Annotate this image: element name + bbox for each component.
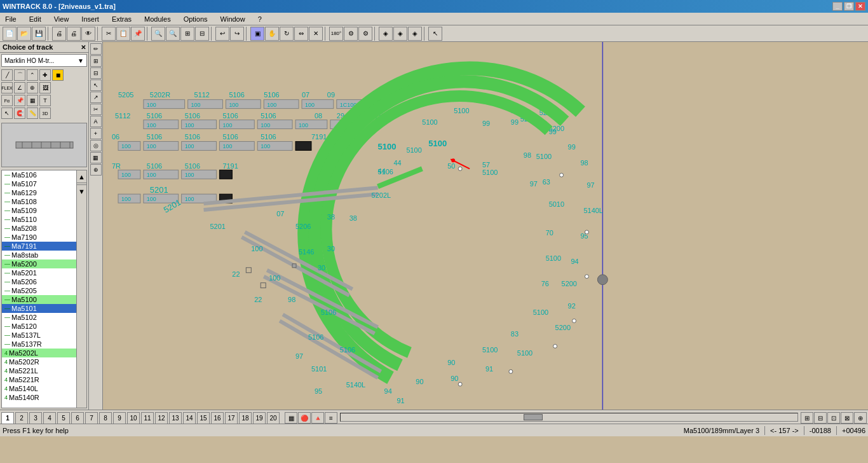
tool-3d[interactable]: 3D	[39, 107, 51, 119]
layer-icon-3[interactable]: 🔺	[311, 412, 324, 424]
tb-cut[interactable]: ✂	[102, 27, 116, 41]
tb-undo[interactable]: ↩	[215, 27, 229, 41]
tb-extra4[interactable]: ◈	[393, 27, 407, 41]
tab-18[interactable]: 18	[239, 412, 252, 424]
tb-open[interactable]: 📂	[17, 27, 31, 41]
tb-save[interactable]: 💾	[32, 27, 46, 41]
layer-icon-1[interactable]: ▦	[285, 412, 297, 424]
tab-6[interactable]: 6	[71, 412, 84, 424]
scrollbar-thumb[interactable]	[524, 414, 543, 420]
tb-paste[interactable]: 📌	[131, 27, 145, 41]
track-list-item[interactable]: —Ma8stab	[2, 251, 76, 259]
tb-redo[interactable]: ↪	[230, 27, 244, 41]
menu-window[interactable]: Window	[218, 14, 248, 24]
layer-icon-4[interactable]: ≡	[325, 412, 337, 424]
tool-angle[interactable]: ∠	[14, 82, 25, 93]
view-icon-1[interactable]: ⊞	[801, 412, 813, 424]
track-list-item[interactable]: —Ma5101	[2, 304, 76, 313]
tab-11[interactable]: 11	[141, 412, 154, 424]
track-list-item[interactable]: —Ma7190	[2, 233, 76, 242]
view-icon-4[interactable]: ⊠	[841, 412, 853, 424]
track-list-item[interactable]: —Ma5208	[2, 224, 76, 233]
tool-straight[interactable]: ╱	[1, 69, 13, 81]
track-list[interactable]: —Ma5106—Ma5107—Ma6129—Ma5108—Ma5109—Ma51…	[2, 170, 76, 408]
track-list-item[interactable]: 4Ma5140R	[2, 393, 76, 402]
vert-tool-6[interactable]: ✂	[90, 104, 102, 115]
track-list-item[interactable]: 4Ma5221L	[2, 366, 76, 375]
tab-19[interactable]: 19	[253, 412, 266, 424]
tb-zoom-all[interactable]: ⊟	[195, 27, 209, 41]
tool-text[interactable]: T	[39, 95, 51, 106]
canvas-area[interactable]: 5205 5202R 5112 5106 5106 07 09 100 100 …	[103, 42, 868, 410]
tool-cross[interactable]: ✚	[39, 69, 51, 81]
tab-14[interactable]: 14	[183, 412, 196, 424]
tab-13[interactable]: 13	[169, 412, 182, 424]
vert-tool-11[interactable]: ⊕	[90, 164, 102, 176]
track-list-item[interactable]: —Ma5108	[2, 197, 76, 206]
tab-17[interactable]: 17	[225, 412, 238, 424]
vert-tool-1[interactable]: ✏	[90, 43, 102, 55]
tb-mirror[interactable]: ⇔	[294, 27, 308, 41]
tool-special2[interactable]: 🖼	[39, 82, 51, 93]
track-panel-close[interactable]: ✕	[81, 44, 86, 51]
tb-new[interactable]: 📄	[3, 27, 17, 41]
tab-8[interactable]: 8	[99, 412, 112, 424]
tool-pointer[interactable]: ↖	[1, 107, 13, 119]
tab-7[interactable]: 7	[85, 412, 98, 424]
track-list-item[interactable]: —Ma7191	[2, 242, 76, 251]
tab-2[interactable]: 2	[15, 412, 28, 424]
tab-16[interactable]: 16	[211, 412, 224, 424]
view-icon-2[interactable]: ⊟	[814, 412, 827, 424]
track-list-item[interactable]: —Ma5109	[2, 206, 76, 215]
tab-3[interactable]: 3	[29, 412, 42, 424]
track-list-item[interactable]: —Ma5200	[2, 259, 76, 268]
tb-move[interactable]: ✋	[265, 27, 279, 41]
tb-zoom-in[interactable]: 🔍	[151, 27, 165, 41]
track-list-item[interactable]: —Ma5137R	[2, 340, 76, 349]
vert-tool-5[interactable]: ↗	[90, 92, 102, 103]
track-list-item[interactable]: 4Ma5221R	[2, 375, 76, 384]
tool-special1[interactable]: ⊕	[27, 82, 38, 93]
tb-zoom-out[interactable]: 🔍	[166, 27, 180, 41]
track-list-item[interactable]: 4Ma5140L	[2, 384, 76, 393]
tb-select[interactable]: ▣	[250, 27, 264, 41]
tb-extra1[interactable]: ⚙	[344, 27, 358, 41]
tb-extra2[interactable]: ⚙	[358, 27, 372, 41]
tool-measure[interactable]: 📏	[27, 107, 38, 119]
menu-insert[interactable]: Insert	[79, 14, 102, 24]
tool-pin[interactable]: 📌	[14, 95, 25, 106]
track-list-item[interactable]: —Ma5107	[2, 179, 76, 188]
tb-extra3[interactable]: ◈	[379, 27, 393, 41]
menu-modules[interactable]: Modules	[142, 14, 173, 24]
tb-print2[interactable]: 🖨	[67, 27, 81, 41]
tool-curve[interactable]: ⌒	[14, 69, 25, 81]
tab-10[interactable]: 10	[127, 412, 140, 424]
tool-flex[interactable]: FLEX	[1, 82, 13, 93]
tool-buffer[interactable]: ◼	[52, 69, 64, 81]
tool-layer[interactable]: ▦	[27, 95, 38, 106]
track-list-item[interactable]: —Ma5206	[2, 277, 76, 286]
tab-12[interactable]: 12	[155, 412, 168, 424]
track-list-item[interactable]: —Ma5102	[2, 313, 76, 322]
track-list-item[interactable]: 4Ma5202L	[2, 349, 76, 357]
tb-cursor[interactable]: ↖	[428, 27, 442, 41]
track-list-item[interactable]: —Ma5120	[2, 322, 76, 331]
track-list-item[interactable]: —Ma5110	[2, 215, 76, 224]
tb-180[interactable]: 180°	[329, 27, 343, 41]
minimize-button[interactable]: _	[832, 2, 843, 11]
view-icon-5[interactable]: ⊕	[854, 412, 867, 424]
layer-icon-2[interactable]: 🔴	[298, 412, 311, 424]
tb-delete[interactable]: ✕	[309, 27, 323, 41]
menu-view[interactable]: View	[51, 14, 72, 24]
tab-4[interactable]: 4	[43, 412, 56, 424]
tool-fa[interactable]: Fα	[1, 95, 13, 106]
vert-tool-3[interactable]: ⊟	[90, 67, 102, 79]
tb-rotate[interactable]: ↻	[280, 27, 294, 41]
track-list-item[interactable]: 4Ma5202R	[2, 357, 76, 366]
track-list-item[interactable]: —Ma6129	[2, 188, 76, 197]
restore-button[interactable]: ❐	[844, 2, 854, 11]
vert-tool-9[interactable]: ◎	[90, 140, 102, 151]
tab-20[interactable]: 20	[267, 412, 280, 424]
track-list-item[interactable]: —Ma5137L	[2, 331, 76, 340]
track-list-item[interactable]: —Ma5106	[2, 170, 76, 179]
